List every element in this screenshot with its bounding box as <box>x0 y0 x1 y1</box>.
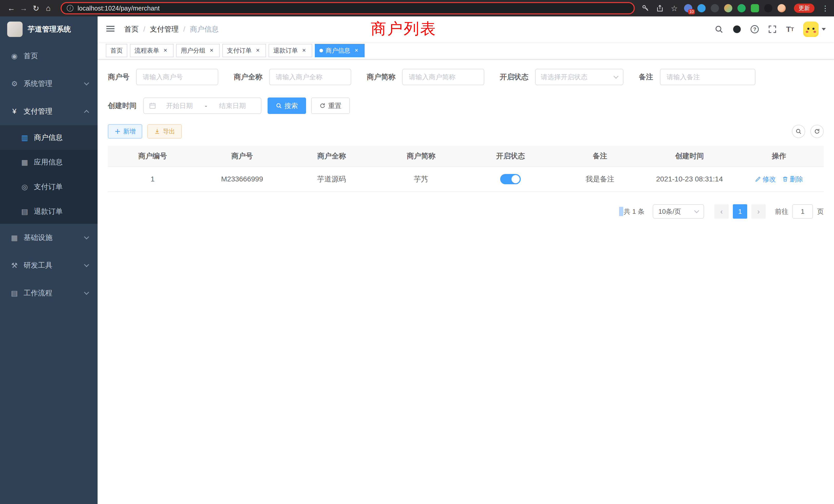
delete-link[interactable]: 删除 <box>782 175 803 184</box>
extension-icon-8[interactable] <box>777 4 786 12</box>
filter-row-2: 创建时间 开始日期 - 结束日期 搜索 重置 <box>108 97 824 114</box>
sidebar-item-refund-order[interactable]: ▤ 退款订单 <box>0 199 97 224</box>
sidebar-item-system[interactable]: ⚙ 系统管理 <box>0 70 97 97</box>
sidebar-item-merchant-info[interactable]: ▥ 商户信息 <box>0 125 97 150</box>
workflow-icon: ▤ <box>10 289 19 297</box>
remark-input[interactable] <box>660 69 755 85</box>
prev-page-button[interactable]: ‹ <box>714 204 729 219</box>
status-toggle[interactable] <box>500 174 521 184</box>
toggle-search-button[interactable] <box>792 125 805 138</box>
chrome-menu-icon[interactable]: ⋮ <box>822 4 829 13</box>
browser-reload-button[interactable]: ↻ <box>30 4 42 13</box>
share-icon[interactable] <box>655 4 664 13</box>
fullscreen-icon[interactable] <box>768 25 777 33</box>
url-text[interactable]: localhost:1024/pay/merchant <box>78 5 160 12</box>
tag-merchant-info[interactable]: 商户信息× <box>315 44 365 57</box>
refresh-icon <box>320 102 326 109</box>
browser-back-button[interactable]: ← <box>5 4 18 13</box>
sidebar-item-dev-tools[interactable]: ⚒ 研发工具 <box>0 251 97 279</box>
refund-doc-icon: ▤ <box>21 207 29 216</box>
sidebar-item-payment[interactable]: ¥ 支付管理 <box>0 97 97 125</box>
pagination: 共 1 条 10条/页 ‹ 1 › 前往 页 <box>108 204 824 219</box>
close-icon[interactable]: × <box>301 47 308 54</box>
search-button[interactable]: 搜索 <box>267 97 306 114</box>
github-icon[interactable] <box>732 25 741 33</box>
sidebar-item-workflow[interactable]: ▤ 工作流程 <box>0 279 97 307</box>
extension-icon-7[interactable] <box>764 4 772 12</box>
logo-avatar <box>7 22 23 37</box>
export-button[interactable]: 导出 <box>147 124 182 139</box>
browser-window: ← → ↻ ⌂ i localhost:1024/pay/merchant ☆ … <box>0 0 834 504</box>
browser-forward-button[interactable]: → <box>18 4 30 13</box>
extension-icon-2[interactable] <box>697 4 706 12</box>
close-icon[interactable]: × <box>208 47 215 54</box>
merchant-name-input[interactable] <box>269 69 351 85</box>
reset-button[interactable]: 重置 <box>311 97 350 114</box>
next-page-button[interactable]: › <box>751 204 766 219</box>
tag-process-form[interactable]: 流程表单× <box>130 44 174 57</box>
refresh-table-button[interactable] <box>810 125 824 138</box>
tag-refund-order[interactable]: 退款订单× <box>269 44 312 57</box>
cell-remark: 我是备注 <box>555 167 645 191</box>
total-count: 共 1 条 <box>624 207 644 216</box>
extension-icon-4[interactable] <box>724 4 732 12</box>
remark-label: 备注 <box>639 72 653 82</box>
tag-home[interactable]: 首页 <box>106 44 127 57</box>
tag-pay-order[interactable]: 支付订单× <box>222 44 266 57</box>
sidebar-item-home[interactable]: ◉ 首页 <box>0 42 97 70</box>
breadcrumb-home[interactable]: 首页 <box>124 24 139 34</box>
sidebar-item-pay-order[interactable]: ◎ 支付订单 <box>0 175 97 199</box>
app-grid-icon: ▦ <box>21 158 29 166</box>
page-1-button[interactable]: 1 <box>733 204 747 219</box>
end-date-placeholder[interactable]: 结束日期 <box>209 101 256 110</box>
sidebar-item-app-info[interactable]: ▦ 应用信息 <box>0 150 97 175</box>
close-icon[interactable]: × <box>162 47 169 54</box>
extension-icon-3[interactable] <box>711 4 719 12</box>
goto-page-input[interactable] <box>792 204 813 219</box>
yen-icon: ¥ <box>10 107 19 115</box>
page-size-select[interactable]: 10条/页 <box>653 204 704 219</box>
add-button[interactable]: 新增 <box>108 124 142 139</box>
sidebar-toggle-icon[interactable] <box>106 24 116 35</box>
password-key-icon[interactable] <box>641 4 650 13</box>
page-content: 商户号 商户全称 商户简称 开启状态 请选择开启状态 <box>97 60 834 504</box>
cell-merchant-name: 芋道源码 <box>287 167 376 191</box>
search-icon <box>276 102 282 109</box>
close-icon[interactable]: × <box>254 47 261 54</box>
tag-user-group[interactable]: 用户分组× <box>176 44 220 57</box>
help-icon[interactable]: ? <box>750 25 759 33</box>
status-select[interactable]: 请选择开启状态 <box>535 69 623 85</box>
payment-submenu: ▥ 商户信息 ▦ 应用信息 ◎ 支付订单 ▤ 退款订单 <box>0 125 97 224</box>
avatar[interactable] <box>803 22 818 37</box>
breadcrumb-payment[interactable]: 支付管理 <box>150 24 179 34</box>
chevron-down-icon <box>84 234 89 239</box>
edit-link[interactable]: 修改 <box>755 175 776 184</box>
merchant-name-label: 商户全称 <box>234 72 262 82</box>
close-icon[interactable]: × <box>353 47 360 54</box>
table-toolbar: 新增 导出 <box>108 124 824 139</box>
pager: ‹ 1 › <box>712 204 768 219</box>
table-header-row: 商户编号 商户号 商户全称 商户简称 开启状态 备注 创建时间 操作 <box>108 146 824 167</box>
chevron-down-icon <box>694 208 699 213</box>
browser-home-button[interactable]: ⌂ <box>42 4 54 13</box>
address-bar[interactable]: i localhost:1024/pay/merchant <box>61 2 635 14</box>
bookmark-star-icon[interactable]: ☆ <box>670 4 679 13</box>
extension-icon-5[interactable] <box>738 4 746 12</box>
merchant-no-input[interactable] <box>136 69 218 85</box>
user-menu[interactable] <box>803 22 826 37</box>
plus-icon <box>114 128 121 135</box>
cell-create-time: 2021-10-23 08:31:14 <box>645 167 734 191</box>
extension-icon-1[interactable]: 10 <box>684 4 692 12</box>
short-name-input[interactable] <box>402 69 484 85</box>
extension-icon-6[interactable] <box>751 4 759 12</box>
site-info-icon[interactable]: i <box>67 5 73 12</box>
font-size-icon[interactable]: TT <box>786 25 794 33</box>
chrome-update-button[interactable]: 更新 <box>794 4 814 13</box>
sidebar-item-infra[interactable]: ▦ 基础设施 <box>0 224 97 251</box>
search-icon[interactable] <box>715 25 723 33</box>
navbar-right: ? TT <box>715 22 826 37</box>
start-date-placeholder[interactable]: 开始日期 <box>156 101 203 110</box>
create-time-range-picker[interactable]: 开始日期 - 结束日期 <box>143 97 261 114</box>
sidebar-logo[interactable]: 芋道管理系统 <box>0 17 97 42</box>
calendar-icon <box>149 102 156 109</box>
